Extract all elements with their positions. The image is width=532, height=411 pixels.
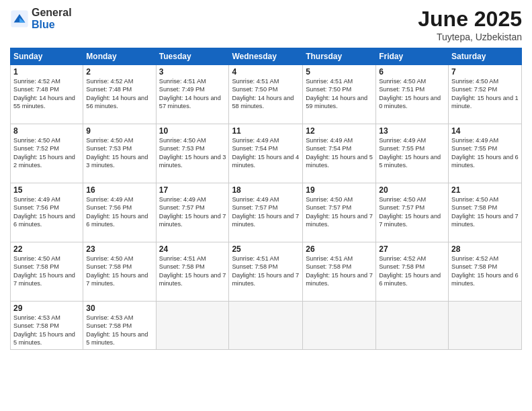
table-row: 11Sunrise: 4:49 AMSunset: 7:54 PMDayligh… [229,124,303,183]
table-row: 7Sunrise: 4:50 AMSunset: 7:52 PMDaylight… [449,65,522,124]
day-number: 14 [451,126,519,136]
table-row: 4Sunrise: 4:51 AMSunset: 7:50 PMDaylight… [229,65,303,124]
day-info: Sunrise: 4:52 AMSunset: 7:48 PMDaylight:… [86,78,148,109]
day-number: 15 [13,185,80,195]
day-info: Sunrise: 4:52 AMSunset: 7:58 PMDaylight:… [379,255,441,287]
day-info: Sunrise: 4:49 AMSunset: 7:54 PMDaylight:… [232,137,299,169]
table-row: 13Sunrise: 4:49 AMSunset: 7:55 PMDayligh… [376,124,449,183]
table-row [376,302,449,350]
day-info: Sunrise: 4:49 AMSunset: 7:57 PMDaylight:… [232,196,299,228]
header-monday: Monday [83,48,156,65]
day-info: Sunrise: 4:51 AMSunset: 7:50 PMDaylight:… [306,78,367,109]
day-info: Sunrise: 4:50 AMSunset: 7:58 PMDaylight:… [451,196,519,228]
day-info: Sunrise: 4:53 AMSunset: 7:58 PMDaylight:… [13,314,75,346]
header-wednesday: Wednesday [229,48,303,65]
day-number: 3 [159,67,226,77]
logo-blue: Blue [32,19,72,31]
logo: General Blue [10,7,72,30]
table-row: 5Sunrise: 4:51 AMSunset: 7:50 PMDaylight… [303,65,376,124]
header-friday: Friday [376,48,449,65]
table-row [156,302,229,350]
day-info: Sunrise: 4:49 AMSunset: 7:55 PMDaylight:… [451,137,519,169]
table-row: 22Sunrise: 4:50 AMSunset: 7:58 PMDayligh… [11,242,83,302]
table-row: 2Sunrise: 4:52 AMSunset: 7:48 PMDaylight… [83,65,156,124]
table-row: 26Sunrise: 4:51 AMSunset: 7:58 PMDayligh… [303,242,376,302]
day-info: Sunrise: 4:50 AMSunset: 7:53 PMDaylight:… [159,137,226,169]
day-number: 25 [232,244,300,254]
day-info: Sunrise: 4:51 AMSunset: 7:49 PMDaylight:… [159,78,221,109]
day-number: 16 [86,185,152,195]
day-info: Sunrise: 4:50 AMSunset: 7:53 PMDaylight:… [86,137,148,169]
day-info: Sunrise: 4:51 AMSunset: 7:58 PMDaylight:… [232,255,299,287]
table-row: 8Sunrise: 4:50 AMSunset: 7:52 PMDaylight… [11,124,83,183]
logo-icon [10,9,29,28]
day-number: 5 [306,67,373,77]
table-row: 12Sunrise: 4:49 AMSunset: 7:54 PMDayligh… [303,124,376,183]
day-number: 10 [159,126,226,136]
header-sunday: Sunday [11,48,83,65]
day-number: 2 [86,67,152,77]
day-number: 4 [232,67,300,77]
calendar: Sunday Monday Tuesday Wednesday Thursday… [10,48,522,350]
header-saturday: Saturday [449,48,522,65]
day-number: 26 [306,244,373,254]
logo-text: General Blue [32,7,72,30]
day-info: Sunrise: 4:51 AMSunset: 7:58 PMDaylight:… [159,255,226,287]
table-row: 25Sunrise: 4:51 AMSunset: 7:58 PMDayligh… [229,242,303,302]
day-number: 23 [86,244,152,254]
table-row: 10Sunrise: 4:50 AMSunset: 7:53 PMDayligh… [156,124,229,183]
day-info: Sunrise: 4:52 AMSunset: 7:58 PMDaylight:… [451,255,519,287]
table-row: 15Sunrise: 4:49 AMSunset: 7:56 PMDayligh… [11,183,83,242]
day-info: Sunrise: 4:51 AMSunset: 7:58 PMDaylight:… [306,255,373,287]
table-row: 6Sunrise: 4:50 AMSunset: 7:51 PMDaylight… [376,65,449,124]
day-info: Sunrise: 4:50 AMSunset: 7:52 PMDaylight:… [13,137,75,169]
table-row [449,302,522,350]
day-info: Sunrise: 4:50 AMSunset: 7:51 PMDaylight:… [379,78,441,109]
day-info: Sunrise: 4:50 AMSunset: 7:58 PMDaylight:… [13,255,75,287]
table-row: 3Sunrise: 4:51 AMSunset: 7:49 PMDaylight… [156,65,229,124]
day-number: 28 [451,244,519,254]
table-row: 21Sunrise: 4:50 AMSunset: 7:58 PMDayligh… [449,183,522,242]
table-row [303,302,376,350]
day-number: 19 [306,185,373,195]
calendar-header-row: Sunday Monday Tuesday Wednesday Thursday… [11,48,522,65]
day-number: 11 [232,126,300,136]
header-thursday: Thursday [303,48,376,65]
table-row: 14Sunrise: 4:49 AMSunset: 7:55 PMDayligh… [449,124,522,183]
day-number: 20 [379,185,445,195]
table-row: 19Sunrise: 4:50 AMSunset: 7:57 PMDayligh… [303,183,376,242]
day-number: 6 [379,67,445,77]
day-number: 27 [379,244,445,254]
day-number: 13 [379,126,445,136]
day-number: 7 [451,67,519,77]
table-row: 30Sunrise: 4:53 AMSunset: 7:58 PMDayligh… [83,302,156,350]
day-number: 18 [232,185,300,195]
table-row: 24Sunrise: 4:51 AMSunset: 7:58 PMDayligh… [156,242,229,302]
day-number: 21 [451,185,519,195]
table-row: 17Sunrise: 4:49 AMSunset: 7:57 PMDayligh… [156,183,229,242]
table-row: 20Sunrise: 4:50 AMSunset: 7:57 PMDayligh… [376,183,449,242]
day-info: Sunrise: 4:50 AMSunset: 7:57 PMDaylight:… [306,196,373,228]
day-number: 12 [306,126,373,136]
subtitle: Tuytepa, Uzbekistan [418,32,522,42]
day-number: 17 [159,185,226,195]
day-info: Sunrise: 4:50 AMSunset: 7:58 PMDaylight:… [86,255,148,287]
day-number: 9 [86,126,152,136]
day-info: Sunrise: 4:50 AMSunset: 7:52 PMDaylight:… [451,78,519,109]
main-title: June 2025 [418,7,522,32]
day-info: Sunrise: 4:49 AMSunset: 7:54 PMDaylight:… [306,137,373,169]
day-info: Sunrise: 4:49 AMSunset: 7:55 PMDaylight:… [379,137,441,169]
day-number: 8 [13,126,80,136]
table-row: 29Sunrise: 4:53 AMSunset: 7:58 PMDayligh… [11,302,83,350]
day-info: Sunrise: 4:49 AMSunset: 7:56 PMDaylight:… [13,196,75,228]
day-number: 22 [13,244,80,254]
day-info: Sunrise: 4:51 AMSunset: 7:50 PMDaylight:… [232,78,294,109]
table-row: 9Sunrise: 4:50 AMSunset: 7:53 PMDaylight… [83,124,156,183]
day-info: Sunrise: 4:49 AMSunset: 7:56 PMDaylight:… [86,196,148,228]
title-block: June 2025 Tuytepa, Uzbekistan [418,7,522,42]
day-number: 24 [159,244,226,254]
day-info: Sunrise: 4:50 AMSunset: 7:57 PMDaylight:… [379,196,441,228]
table-row: 16Sunrise: 4:49 AMSunset: 7:56 PMDayligh… [83,183,156,242]
table-row: 18Sunrise: 4:49 AMSunset: 7:57 PMDayligh… [229,183,303,242]
header-tuesday: Tuesday [156,48,229,65]
